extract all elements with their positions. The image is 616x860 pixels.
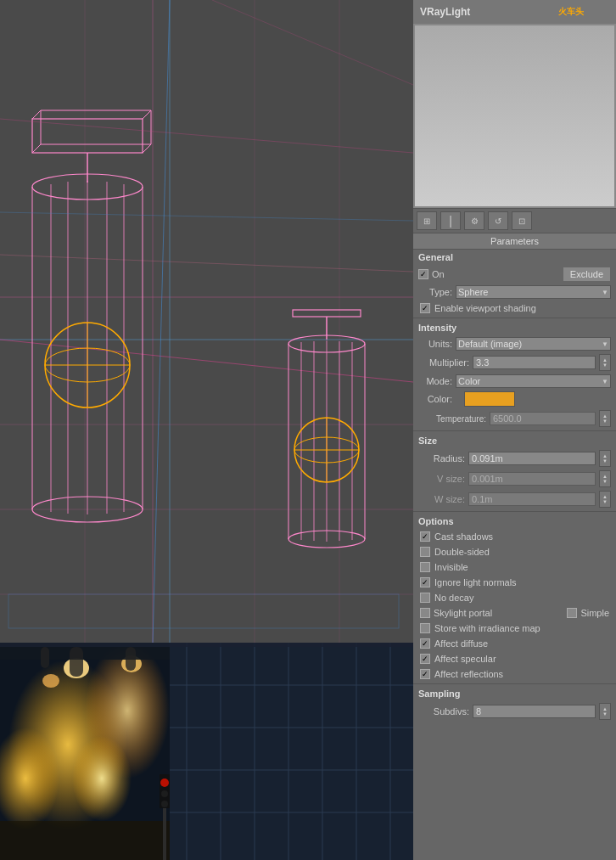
skylight-portal-checkbox[interactable] bbox=[420, 608, 430, 618]
affect-reflections-label: Affect reflections bbox=[434, 669, 503, 679]
right-panel: VRayLight 火车头 n.1ach.com ⊞ | ⚙ ↺ ⊡ Param… bbox=[413, 0, 616, 860]
color-row: Color: bbox=[413, 390, 616, 408]
skylight-portal-row: Skylight portal Simple bbox=[413, 605, 616, 621]
wsize-input[interactable] bbox=[468, 492, 596, 506]
svg-line-52 bbox=[0, 212, 413, 221]
on-checkbox[interactable] bbox=[418, 269, 428, 279]
units-label: Units: bbox=[418, 339, 452, 349]
svg-text:n.1ach.com: n.1ach.com bbox=[558, 18, 596, 20]
toolbar-btn-refresh[interactable]: ↺ bbox=[488, 211, 508, 230]
skylight-portal-label: Skylight portal bbox=[434, 608, 492, 618]
vraylight-logo: 火车头 n.1ach.com bbox=[558, 3, 609, 21]
affect-reflections-checkbox[interactable] bbox=[420, 669, 430, 679]
svg-point-84 bbox=[161, 801, 168, 807]
affect-diffuse-checkbox[interactable] bbox=[420, 638, 430, 649]
ignore-light-normals-row: Ignore light normals bbox=[413, 575, 616, 590]
temperature-row: Temperature: ▲ ▼ bbox=[413, 408, 616, 429]
vsize-spinner[interactable]: ▲ ▼ bbox=[599, 470, 611, 487]
double-sided-checkbox[interactable] bbox=[420, 547, 430, 557]
type-dropdown-arrow: ▼ bbox=[602, 289, 608, 296]
toolbar-row: ⊞ | ⚙ ↺ ⊡ bbox=[413, 208, 616, 233]
on-label: On bbox=[432, 269, 445, 279]
mode-row: Mode: Color ▼ bbox=[413, 373, 616, 390]
svg-rect-78 bbox=[126, 647, 136, 671]
svg-text:火车头: 火车头 bbox=[558, 7, 585, 16]
enable-viewport-shading-row: Enable viewport shading bbox=[413, 301, 616, 316]
svg-rect-56 bbox=[170, 643, 413, 860]
multiplier-input[interactable] bbox=[473, 356, 596, 369]
radius-row: Radius: ▲ ▼ bbox=[413, 448, 616, 469]
cast-shadows-label: Cast shadows bbox=[434, 531, 493, 542]
color-swatch[interactable] bbox=[464, 391, 515, 407]
subdivs-input[interactable] bbox=[473, 705, 596, 718]
temperature-input[interactable] bbox=[490, 412, 596, 425]
multiplier-row: Multiplier: ▲ ▼ bbox=[413, 352, 616, 373]
options-header: Options bbox=[413, 514, 616, 529]
simple-label: Simple bbox=[580, 608, 609, 618]
ignore-light-normals-checkbox[interactable] bbox=[420, 577, 430, 587]
general-header: General bbox=[413, 250, 616, 265]
toolbar-btn-settings[interactable]: ⚙ bbox=[464, 211, 484, 230]
parameters-title: Parameters bbox=[413, 233, 616, 250]
radius-label: Radius: bbox=[418, 453, 465, 464]
units-dropdown[interactable]: Default (image) ▼ bbox=[456, 337, 611, 351]
toolbar-btn-separator[interactable]: | bbox=[440, 211, 461, 230]
type-dropdown[interactable]: Sphere ▼ bbox=[456, 285, 611, 299]
temp-spinner-down: ▼ bbox=[602, 419, 608, 424]
affect-specular-checkbox[interactable] bbox=[420, 654, 430, 664]
affect-diffuse-row: Affect diffuse bbox=[413, 636, 616, 651]
vraylight-titlebar: VRayLight 火车头 n.1ach.com bbox=[413, 0, 616, 24]
svg-line-11 bbox=[153, 0, 170, 643]
svg-rect-79 bbox=[41, 647, 49, 668]
no-decay-checkbox[interactable] bbox=[420, 593, 430, 603]
affect-diffuse-label: Affect diffuse bbox=[434, 638, 488, 649]
store-irradiance-checkbox[interactable] bbox=[420, 623, 430, 633]
viewport-3d[interactable] bbox=[0, 0, 413, 643]
simple-checkbox[interactable] bbox=[567, 608, 577, 618]
toolbar-btn-view[interactable]: ⊡ bbox=[512, 211, 532, 230]
svg-rect-80 bbox=[0, 821, 170, 860]
render-preview bbox=[0, 643, 413, 860]
svg-line-12 bbox=[0, 255, 413, 272]
svg-line-51 bbox=[0, 119, 413, 153]
mode-dropdown[interactable]: Color ▼ bbox=[456, 374, 611, 388]
radius-spinner[interactable]: ▲ ▼ bbox=[599, 450, 611, 467]
vraylight-header: VRayLight 火车头 n.1ach.com bbox=[413, 0, 616, 208]
cast-shadows-checkbox[interactable] bbox=[420, 531, 430, 542]
store-irradiance-row: Store with irradiance map bbox=[413, 621, 616, 636]
toolbar-btn-grid[interactable]: ⊞ bbox=[417, 211, 437, 230]
svg-point-83 bbox=[161, 790, 168, 797]
radius-input[interactable] bbox=[468, 452, 596, 465]
enable-viewport-shading-checkbox[interactable] bbox=[420, 303, 430, 313]
subdivs-spinner[interactable]: ▲ ▼ bbox=[599, 703, 611, 720]
size-header: Size bbox=[413, 433, 616, 448]
enable-viewport-shading-label: Enable viewport shading bbox=[434, 303, 536, 313]
svg-point-71 bbox=[72, 736, 132, 821]
vraylight-preview-area bbox=[415, 25, 614, 206]
spinner-down: ▼ bbox=[602, 363, 608, 368]
wsize-row: W size: ▲ ▼ bbox=[413, 489, 616, 509]
multiplier-label: Multiplier: bbox=[418, 357, 469, 368]
store-irradiance-label: Store with irradiance map bbox=[434, 623, 540, 633]
temperature-spinner[interactable]: ▲ ▼ bbox=[599, 410, 611, 427]
svg-line-14 bbox=[32, 110, 41, 119]
units-row: Units: Default (image) ▼ bbox=[413, 335, 616, 352]
svg-line-16 bbox=[32, 144, 41, 153]
subdivs-label: Subdivs: bbox=[418, 706, 469, 717]
invisible-checkbox[interactable] bbox=[420, 562, 430, 572]
svg-rect-76 bbox=[0, 643, 413, 647]
affect-specular-label: Affect specular bbox=[434, 654, 496, 664]
multiplier-spinner[interactable]: ▲ ▼ bbox=[599, 354, 611, 371]
exclude-button[interactable]: Exclude bbox=[563, 267, 611, 282]
affect-specular-row: Affect specular bbox=[413, 651, 616, 666]
svg-line-15 bbox=[143, 110, 151, 119]
double-sided-row: Double-sided bbox=[413, 544, 616, 559]
svg-rect-36 bbox=[293, 310, 361, 317]
vsize-input[interactable] bbox=[468, 472, 596, 486]
affect-reflections-row: Affect reflections bbox=[413, 666, 616, 682]
invisible-label: Invisible bbox=[434, 562, 468, 572]
color-label: Color: bbox=[418, 394, 452, 404]
subdivs-row: Subdivs: ▲ ▼ bbox=[413, 701, 616, 722]
wsize-label: W size: bbox=[418, 494, 465, 504]
wsize-spinner[interactable]: ▲ ▼ bbox=[599, 491, 611, 508]
